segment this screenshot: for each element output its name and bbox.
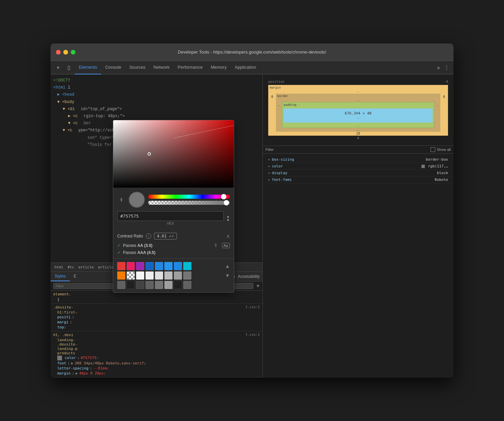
swatch[interactable] xyxy=(174,271,182,280)
swatches-row-1: ▲ xyxy=(117,262,230,270)
kebab-menu-button[interactable]: ⋮ xyxy=(443,64,451,71)
opacity-thumb[interactable] xyxy=(224,200,229,205)
margin-left: 0 xyxy=(269,94,276,132)
swatches-scroll-up[interactable]: ▲ xyxy=(225,263,230,269)
hex-input-wrap: HEX xyxy=(117,211,224,225)
hue-thumb[interactable] xyxy=(221,194,226,199)
tab-elements[interactable]: Elements xyxy=(75,61,101,74)
right-panel: position -4 margin - 0 border - - xyxy=(263,74,453,378)
computed-prop-color: ► color rgb(117,… xyxy=(265,163,451,170)
accessibility-tab[interactable]: Accessibility xyxy=(238,274,260,279)
swatch[interactable] xyxy=(183,281,191,289)
hue-slider[interactable] xyxy=(148,195,230,199)
content-dash: - xyxy=(285,116,431,120)
swatch[interactable] xyxy=(117,281,125,289)
swatch[interactable] xyxy=(164,281,172,289)
breadcrumb-article[interactable]: article xyxy=(77,264,95,270)
hex-arrows[interactable]: ▲ ▼ xyxy=(226,215,230,222)
color-swatch-computed xyxy=(421,165,425,168)
swatch[interactable] xyxy=(155,262,163,270)
add-style-button[interactable]: + xyxy=(256,283,260,289)
breadcrumb-hash-tc[interactable]: #tc xyxy=(66,264,76,270)
swatch[interactable] xyxy=(127,262,135,270)
more-tabs-button[interactable]: » xyxy=(434,65,443,71)
eyedropper-icon[interactable]: ⚕ xyxy=(117,197,125,203)
border-left: - xyxy=(276,102,282,128)
close-button[interactable] xyxy=(56,50,61,55)
outer-bottom-val: 4 xyxy=(268,136,448,140)
html-line[interactable]: <html l xyxy=(51,84,262,91)
color-swatch-inline[interactable] xyxy=(57,356,62,360)
swatches-row-2: ▼ xyxy=(117,271,230,280)
aa-eyedropper-icon[interactable]: ⚕ xyxy=(214,242,217,249)
tab-application[interactable]: Application xyxy=(231,61,260,74)
inspector-icon[interactable]: ⌖ xyxy=(53,63,63,72)
position-label: position xyxy=(268,80,284,84)
swatch[interactable] xyxy=(146,271,154,280)
swatch[interactable] xyxy=(117,262,125,270)
tab-network[interactable]: Network xyxy=(150,61,174,74)
computed-filter-label: Filter xyxy=(265,148,274,152)
contrast-expand-icon[interactable]: ∧ xyxy=(226,233,230,239)
color-gradient[interactable] xyxy=(113,120,234,188)
swatch[interactable] xyxy=(146,262,154,270)
computed-properties: ► box-sizing border-box ► color rgb(117,… xyxy=(263,154,453,186)
swatches-section: ▲ ▼ xyxy=(113,259,234,292)
swatch[interactable] xyxy=(117,271,125,280)
color-cursor[interactable] xyxy=(148,152,151,156)
swatch[interactable] xyxy=(136,281,144,289)
breadcrumb-html[interactable]: html xyxy=(53,264,65,270)
hex-input[interactable] xyxy=(117,211,224,221)
tab-event-listeners[interactable]: E xyxy=(70,272,81,281)
device-icon[interactable]: ▯ xyxy=(64,63,73,72)
box-padding: padding - 676.344 × 40 - - xyxy=(282,102,434,128)
swatch[interactable] xyxy=(146,281,154,289)
computed-filter-bar: Filter Show all xyxy=(263,146,453,154)
box-margin: margin - 0 border - - padding xyxy=(268,85,448,136)
html-line[interactable]: ▼ <di id="top_of_page"> xyxy=(51,106,262,113)
html-line[interactable]: ▼ <body xyxy=(51,99,262,106)
hex-row: HEX ▲ ▼ xyxy=(117,211,230,225)
swatch[interactable] xyxy=(164,262,172,270)
swatches-scroll-down[interactable]: ▼ xyxy=(225,273,230,278)
minimize-button[interactable] xyxy=(63,50,68,55)
show-all-checkbox[interactable] xyxy=(431,147,435,152)
show-all-label: Show all xyxy=(437,148,451,152)
swatches-grid: ▲ ▼ xyxy=(117,262,230,289)
devtools-tab-bar: ⌖ ▯ Elements Console Sources Network Per… xyxy=(51,61,453,74)
swatch[interactable] xyxy=(174,262,182,270)
position-value: -4 xyxy=(444,80,448,84)
swatch[interactable] xyxy=(183,271,191,280)
passes-aa-row: ✓ Passes AA (3.0) ⚕ Aa xyxy=(117,241,230,249)
swatch[interactable] xyxy=(136,271,144,280)
swatch[interactable] xyxy=(183,262,191,270)
contrast-section: Contrast Ratio i 4.61 ✓✓ ∧ ✓ Passes AA (… xyxy=(113,233,234,259)
margin-right: 0 xyxy=(440,94,448,132)
swatch[interactable] xyxy=(174,281,182,289)
aa-preview-button[interactable]: Aa xyxy=(222,243,230,248)
html-line[interactable]: ► <c rgin-top: 48px;"> xyxy=(51,113,262,120)
html-line: <!DOCTY xyxy=(51,77,262,84)
tab-memory[interactable]: Memory xyxy=(207,61,231,74)
maximize-button[interactable] xyxy=(71,50,75,55)
picker-controls: ⚕ HEX xyxy=(113,188,234,233)
opacity-slider[interactable] xyxy=(148,201,230,205)
tab-styles[interactable]: Styles xyxy=(51,272,70,281)
window-title: Developer Tools - https://developers.goo… xyxy=(178,50,326,55)
content-size: 676.344 × 40 xyxy=(285,111,431,116)
box-content: 676.344 × 40 - xyxy=(284,108,433,123)
html-line[interactable]: ► <head xyxy=(51,91,262,98)
hex-label: HEX xyxy=(117,222,224,225)
swatch[interactable] xyxy=(136,262,144,270)
contrast-info-icon[interactable]: i xyxy=(146,233,151,239)
traffic-lights xyxy=(56,50,75,55)
swatch[interactable] xyxy=(155,281,163,289)
tab-performance[interactable]: Performance xyxy=(174,61,207,74)
tab-sources[interactable]: Sources xyxy=(125,61,150,74)
swatch[interactable] xyxy=(155,271,163,280)
title-bar: Developer Tools - https://developers.goo… xyxy=(51,43,453,61)
swatch[interactable] xyxy=(127,281,135,289)
swatch[interactable] xyxy=(164,271,172,280)
swatch-transparent[interactable] xyxy=(127,271,135,280)
tab-console[interactable]: Console xyxy=(101,61,125,74)
